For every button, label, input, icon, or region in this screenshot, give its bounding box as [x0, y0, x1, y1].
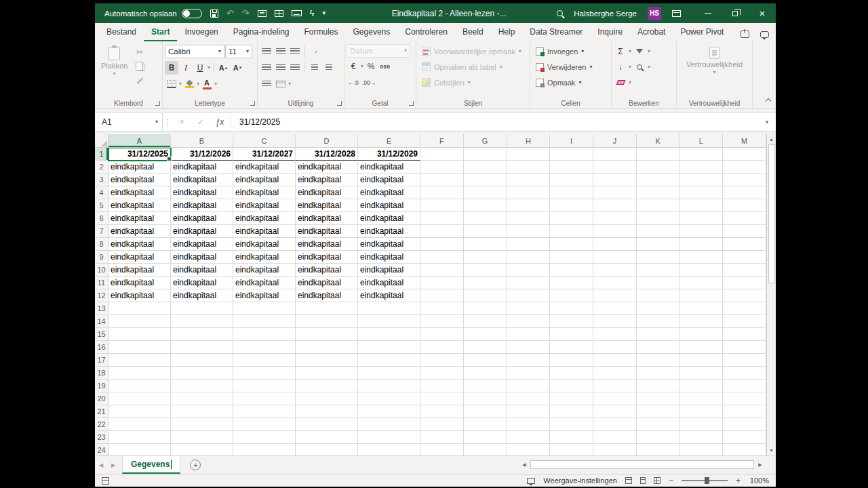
- orientation-icon[interactable]: →: [308, 45, 321, 58]
- cell-M11[interactable]: [723, 277, 766, 289]
- enter-icon[interactable]: ✓: [191, 113, 210, 131]
- underline-chevron-icon[interactable]: ▾: [208, 65, 210, 70]
- font-color-chevron-icon[interactable]: ▾: [214, 81, 217, 87]
- cell-M17[interactable]: [723, 354, 766, 367]
- cell-E7[interactable]: eindkapitaal: [358, 225, 420, 238]
- cell-C20[interactable]: [233, 392, 296, 405]
- row-header-11[interactable]: 11: [95, 277, 108, 289]
- fill-icon[interactable]: ↓: [614, 60, 627, 74]
- name-box[interactable]: A1 ▾: [95, 113, 163, 131]
- cell-J4[interactable]: [593, 186, 637, 199]
- cell-D9[interactable]: eindkapitaal: [296, 251, 358, 264]
- cell-I4[interactable]: [550, 186, 593, 199]
- cell-L5[interactable]: [680, 199, 724, 212]
- cell-D21[interactable]: [296, 405, 358, 418]
- cell-I14[interactable]: [550, 315, 593, 328]
- column-header-K[interactable]: K: [637, 134, 680, 148]
- percent-format-icon[interactable]: %: [364, 60, 378, 73]
- cell-K7[interactable]: [637, 225, 680, 238]
- cell-J11[interactable]: [593, 277, 637, 289]
- increase-decimal-icon[interactable]: ←.0: [347, 76, 360, 89]
- cell-D6[interactable]: eindkapitaal: [296, 212, 358, 225]
- search-icon[interactable]: [557, 10, 563, 16]
- cell-M12[interactable]: [723, 289, 766, 302]
- cell-G3[interactable]: [464, 174, 507, 186]
- font-size-select[interactable]: 11▾: [225, 45, 252, 58]
- cell-G8[interactable]: [464, 238, 507, 251]
- cell-J12[interactable]: [593, 289, 637, 302]
- cell-D19[interactable]: [296, 380, 358, 392]
- cell-J15[interactable]: [593, 328, 637, 341]
- cell-J13[interactable]: [593, 302, 637, 315]
- cell-M16[interactable]: [723, 341, 766, 354]
- cell-I16[interactable]: [550, 341, 593, 354]
- shrink-font-button[interactable]: A▾: [231, 61, 244, 75]
- cell-A23[interactable]: [108, 431, 171, 444]
- cell-H24[interactable]: [507, 444, 551, 455]
- cell-L2[interactable]: [680, 161, 724, 174]
- row-header-1[interactable]: 1: [95, 148, 108, 161]
- cell-J7[interactable]: [593, 225, 637, 238]
- zoom-out-icon[interactable]: −: [669, 476, 673, 485]
- cell-D4[interactable]: eindkapitaal: [296, 186, 358, 199]
- cell-F13[interactable]: [420, 302, 464, 315]
- cell-L16[interactable]: [680, 341, 724, 354]
- cell-F21[interactable]: [420, 405, 464, 418]
- cell-A19[interactable]: [108, 380, 171, 392]
- cancel-icon[interactable]: ×: [172, 113, 191, 131]
- cell-B15[interactable]: [171, 328, 233, 341]
- cell-A15[interactable]: [108, 328, 171, 341]
- cell-K6[interactable]: [637, 212, 680, 225]
- row-header-17[interactable]: 17: [95, 354, 108, 367]
- row-header-24[interactable]: 24: [95, 444, 108, 455]
- comments-icon[interactable]: [760, 31, 769, 38]
- restore-button[interactable]: [722, 3, 749, 23]
- cell-A7[interactable]: eindkapitaal: [108, 225, 171, 238]
- cell-H17[interactable]: [507, 354, 551, 367]
- column-header-F[interactable]: F: [420, 134, 464, 148]
- cell-A11[interactable]: eindkapitaal: [108, 277, 171, 289]
- expand-formula-bar-icon[interactable]: ▾: [758, 113, 776, 131]
- column-header-J[interactable]: J: [593, 134, 637, 148]
- cell-G11[interactable]: [464, 277, 507, 289]
- cell-L4[interactable]: [680, 186, 724, 199]
- cell-I3[interactable]: [550, 174, 593, 186]
- cell-B8[interactable]: eindkapitaal: [171, 238, 233, 251]
- cell-M2[interactable]: [723, 161, 766, 174]
- row-header-13[interactable]: 13: [95, 302, 108, 315]
- cell-G16[interactable]: [464, 341, 507, 354]
- cell-J19[interactable]: [593, 380, 637, 392]
- cell-L24[interactable]: [680, 444, 724, 455]
- cell-L22[interactable]: [680, 418, 724, 431]
- cell-A14[interactable]: [108, 315, 171, 328]
- ribbon-tab-data-streamer[interactable]: Data Streamer: [522, 24, 590, 41]
- cell-D24[interactable]: [296, 444, 358, 455]
- cell-I22[interactable]: [550, 418, 593, 431]
- cell-K9[interactable]: [637, 251, 680, 264]
- cell-L9[interactable]: [680, 251, 724, 264]
- print-icon[interactable]: [258, 10, 267, 17]
- cell-F6[interactable]: [420, 212, 464, 225]
- cell-I19[interactable]: [550, 380, 593, 392]
- cell-M13[interactable]: [723, 302, 766, 315]
- keyboard-icon[interactable]: [292, 10, 302, 16]
- cell-F7[interactable]: [420, 225, 464, 238]
- cell-K17[interactable]: [637, 354, 680, 367]
- alignment-dialog-launcher[interactable]: [337, 101, 342, 106]
- cell-B16[interactable]: [171, 341, 233, 354]
- cell-I23[interactable]: [550, 431, 593, 444]
- cell-H22[interactable]: [507, 418, 551, 431]
- insert-function-icon[interactable]: ƒx: [210, 113, 229, 131]
- cell-B18[interactable]: [171, 367, 233, 380]
- cell-K21[interactable]: [637, 405, 680, 418]
- formula-bar-handle[interactable]: ⋮: [163, 113, 172, 131]
- cell-E3[interactable]: eindkapitaal: [358, 174, 420, 186]
- cell-M23[interactable]: [723, 431, 766, 444]
- cell-I2[interactable]: [550, 161, 593, 174]
- cell-C5[interactable]: eindkapitaal: [233, 199, 296, 212]
- number-dialog-launcher[interactable]: [409, 101, 414, 106]
- cell-L19[interactable]: [680, 380, 724, 392]
- horizontal-scrollbar[interactable]: ◀ ▶: [519, 460, 765, 470]
- cell-I1[interactable]: [550, 148, 593, 161]
- cell-F4[interactable]: [420, 186, 464, 199]
